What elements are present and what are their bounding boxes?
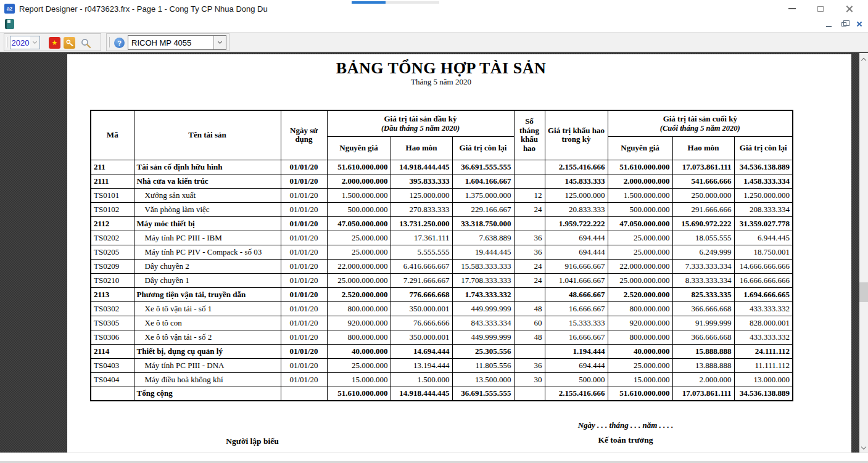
signature-left: Người lập biểu [160, 436, 345, 446]
table-cell: 1.500.000.000 [608, 188, 672, 202]
table-cell: 36 [514, 245, 545, 259]
year-combobox[interactable]: 2020 [10, 36, 40, 49]
table-cell [514, 160, 545, 174]
table-cell: 2.000.000 [672, 372, 734, 387]
table-cell: 01/01/20 [281, 245, 327, 259]
table-cell: 01/01/20 [281, 202, 327, 216]
minimize-button[interactable] [778, 0, 806, 17]
report-title: BẢNG TỔNG HỢP TÀI SẢN [90, 59, 792, 78]
table-row: 2113Phương tiện vận tải, truyền dẫn01/01… [91, 287, 793, 301]
vertical-scrollbar[interactable] [859, 53, 868, 453]
table-cell: 1.194.444 [545, 344, 608, 358]
table-cell: 31.359.027.778 [734, 216, 793, 231]
table-row: TS0305Xe ô tô con01/01/20920.000.00076.6… [91, 316, 793, 330]
table-cell: 2111 [91, 174, 134, 188]
table-cell: 433.333.332 [734, 330, 793, 344]
table-cell: 76.666.666 [391, 316, 452, 330]
table-cell: Máy móc thiết bị [134, 216, 281, 231]
table-cell: 16.666.667 [545, 330, 608, 344]
col-header-ma: Mã [91, 110, 134, 160]
table-cell: 229.166.667 [452, 202, 514, 216]
table-cell: 01/01/20 [281, 231, 327, 245]
table-cell: 2.000.000.000 [327, 174, 391, 188]
table-cell: 25.305.556 [452, 344, 514, 358]
close-icon [856, 21, 862, 27]
table-cell: 48.666.667 [545, 287, 608, 301]
loading-progress-bar [352, 1, 439, 4]
table-cell: 828.000.001 [734, 316, 793, 330]
scrollbar-thumb[interactable] [859, 282, 868, 302]
table-cell: 17.073.861.111 [672, 160, 734, 174]
table-cell [514, 344, 545, 358]
table-cell: 1.959.722.222 [545, 216, 608, 231]
notebook-icon[interactable] [5, 19, 14, 29]
col-header-so-thang: Số tháng khấu hao [514, 110, 545, 160]
group-title: Giá trị tài sản cuối kỳ [610, 115, 792, 124]
table-cell: 1.604.166.667 [452, 174, 514, 188]
table-cell: 36.691.555.555 [452, 387, 514, 401]
close-button[interactable] [835, 0, 863, 17]
col-header-ten-tai-san: Tên tài sản [134, 110, 281, 160]
table-cell: 433.333.332 [734, 301, 793, 316]
zoom-button[interactable] [79, 36, 92, 49]
table-cell: 500.000 [545, 372, 608, 387]
table-cell: TS0403 [91, 358, 134, 372]
table-cell: 920.000.000 [327, 316, 391, 330]
table-cell: 208.333.334 [734, 202, 793, 216]
table-cell: 2.520.000.000 [608, 287, 672, 301]
table-cell: 34.536.138.889 [734, 160, 793, 174]
table-cell: 24.111.112 [734, 344, 793, 358]
table-cell: 350.000.001 [391, 301, 452, 316]
table-cell: 2114 [91, 344, 134, 358]
magnifier-icon [80, 38, 91, 49]
year-value: 2020 [10, 38, 30, 47]
table-cell: 920.000.000 [608, 316, 672, 330]
table-cell: 25.000.000.000 [608, 273, 672, 287]
table-cell: 17.708.333.333 [452, 273, 514, 287]
table-row: TS0101Xưởng sản xuất01/01/201.500.000.00… [91, 188, 793, 202]
scroll-down-button[interactable] [859, 443, 868, 453]
table-cell: 366.666.668 [672, 301, 734, 316]
toolbar-group-print: ? RICOH MP 4055 [106, 33, 229, 51]
table-cell: 13.500.000 [452, 372, 514, 387]
restore-button[interactable] [806, 0, 835, 17]
mdi-close-button[interactable] [854, 19, 864, 29]
table-cell: 694.444 [545, 245, 608, 259]
mdi-minimize-button[interactable] [824, 19, 833, 29]
table-cell: 1.743.333.332 [452, 287, 514, 301]
table-cell: 15.583.333.333 [452, 259, 514, 273]
table-cell: 825.333.335 [672, 287, 734, 301]
table-cell: 2113 [91, 287, 134, 301]
table-row: TS0403Máy tính PC PIII - DNA01/01/2025.0… [91, 358, 793, 372]
report-subtitle: Tháng 5 năm 2020 [90, 77, 792, 87]
chevron-down-icon [30, 36, 39, 49]
table-cell: 2.155.416.666 [545, 160, 608, 174]
vietnam-flag-button[interactable]: ★ [49, 37, 60, 49]
table-cell: Máy tính PC PIII - DNA [134, 358, 281, 372]
scroll-up-button[interactable] [859, 54, 868, 64]
key-button[interactable] [64, 37, 75, 49]
table-cell: Máy tính PC PIV - Compack - số 03 [134, 245, 281, 259]
table-cell: 125.000.000 [391, 188, 452, 202]
table-cell: 15.000.000 [608, 372, 672, 387]
table-cell: 6.944.445 [734, 231, 793, 245]
table-cell: 800.000.000 [327, 301, 391, 316]
table-cell: 14.666.666.666 [734, 259, 793, 273]
table-cell: 34.536.138.889 [734, 387, 793, 401]
table-row: TS0209Dây chuyền 201/01/2022.000.000.000… [91, 259, 793, 273]
printer-combobox[interactable]: RICOH MP 4055 [128, 35, 226, 50]
table-cell: 01/01/20 [281, 188, 327, 202]
mdi-restore-button[interactable] [839, 19, 849, 29]
table-cell: 36 [514, 358, 545, 372]
table-cell: 1.041.666.667 [545, 273, 608, 287]
help-icon: ? [117, 39, 122, 47]
table-cell: 24 [514, 273, 545, 287]
table-cell: 449.999.999 [452, 330, 514, 344]
table-cell: 13.888.888 [672, 358, 734, 372]
table-cell: 19.444.445 [452, 245, 514, 259]
table-cell: 350.000.001 [391, 330, 452, 344]
footer-date-line: Ngày . . . tháng . . . năm . . . . [524, 420, 727, 430]
help-button[interactable]: ? [114, 38, 125, 48]
preview-area[interactable]: BẢNG TỔNG HỢP TÀI SẢN Tháng 5 năm 2020 M… [0, 52, 868, 453]
chevron-down-icon[interactable] [213, 36, 226, 49]
